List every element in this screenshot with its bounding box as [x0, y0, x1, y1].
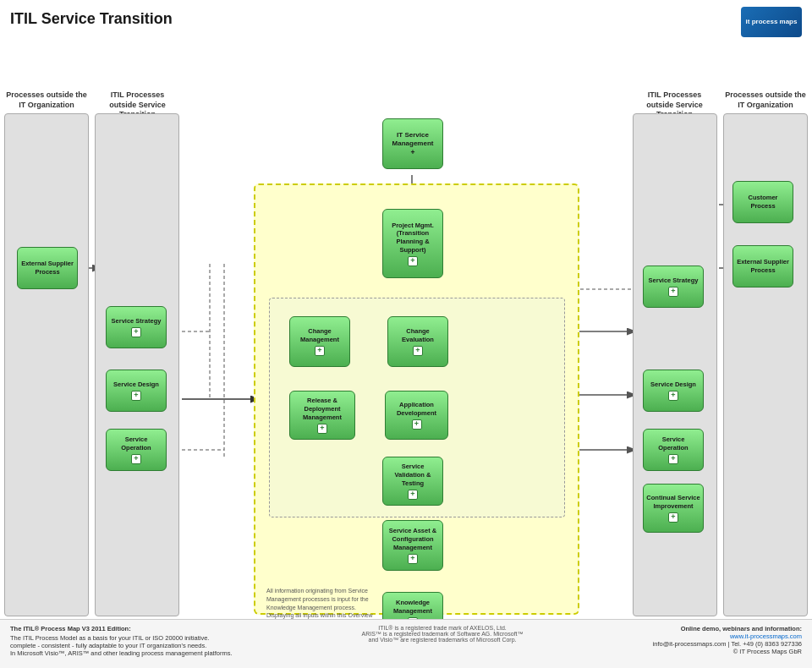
- continual-improvement-box[interactable]: Continual Service Improvement +: [643, 484, 704, 533]
- customer-process-box[interactable]: Customer Process: [732, 181, 793, 223]
- footer-right-title: Online demo, webinars and information:: [653, 625, 802, 632]
- col-header-left-outer: Processes outside the IT Organization: [4, 90, 89, 110]
- footer-right: Online demo, webinars and information: w…: [653, 625, 802, 663]
- app-dev-box[interactable]: Application Development +: [385, 391, 448, 440]
- footer-right-url: www.it-processmaps.com: [653, 632, 802, 640]
- page-header: ITIL Service Transition it process maps: [0, 0, 812, 41]
- swimlane-right-inner: [633, 113, 717, 616]
- service-design-left-box[interactable]: Service Design +: [106, 370, 167, 412]
- service-design-left-plus[interactable]: +: [131, 391, 141, 401]
- footer: The ITIL® Process Map V3 2011 Edition: T…: [0, 619, 812, 668]
- change-mgmt-plus[interactable]: +: [315, 346, 325, 356]
- diagram-area: Processes outside the IT Organization IT…: [0, 44, 812, 636]
- service-strategy-left-plus[interactable]: +: [131, 327, 141, 337]
- footer-left-title: The ITIL® Process Map V3 2011 Edition:: [10, 625, 233, 632]
- service-strategy-left-box[interactable]: Service Strategy +: [106, 306, 167, 348]
- change-eval-box[interactable]: Change Evaluation +: [387, 316, 448, 367]
- service-strategy-right-box[interactable]: Service Strategy +: [643, 266, 704, 308]
- company-logo: it process maps: [741, 7, 802, 37]
- change-eval-plus[interactable]: +: [413, 346, 423, 356]
- footer-left: The ITIL® Process Map V3 2011 Edition: T…: [10, 625, 233, 663]
- col-header-right-outer: Processes outside the IT Organization: [723, 90, 808, 110]
- itsm-box[interactable]: IT Service Management +: [382, 118, 443, 169]
- footer-center: ITIL® is a registered trade mark of AXEL…: [362, 625, 524, 663]
- svc-validation-plus[interactable]: +: [408, 490, 418, 500]
- service-operation-right-plus[interactable]: +: [668, 454, 678, 464]
- service-design-right-plus[interactable]: +: [668, 391, 678, 401]
- release-deploy-box[interactable]: Release & Deployment Management +: [289, 391, 355, 440]
- itsm-plus[interactable]: +: [411, 148, 415, 156]
- service-design-right-box[interactable]: Service Design +: [643, 370, 704, 412]
- project-mgmt-plus[interactable]: +: [408, 256, 418, 266]
- footer-left-text: The ITIL Process Model as a basis for yo…: [10, 634, 233, 657]
- service-operation-right-box[interactable]: Service Operation +: [643, 429, 704, 471]
- release-deploy-plus[interactable]: +: [317, 424, 327, 434]
- svc-asset-plus[interactable]: +: [408, 554, 418, 564]
- service-operation-left-box[interactable]: Service Operation +: [106, 429, 167, 471]
- service-operation-left-plus[interactable]: +: [131, 454, 141, 464]
- swimlane-left-outer: [4, 113, 89, 616]
- footer-right-contact: info@it-processmaps.com | Tel. +49 (0) 8…: [653, 640, 802, 648]
- swimlane-left-inner: [95, 113, 179, 616]
- service-strategy-right-plus[interactable]: +: [668, 287, 678, 297]
- change-mgmt-box[interactable]: Change Management +: [289, 316, 350, 367]
- continual-improvement-plus[interactable]: +: [668, 512, 678, 523]
- footer-center-text: ITIL® is a registered trade mark of AXEL…: [362, 625, 524, 643]
- project-mgmt-box[interactable]: Project Mgmt. (Transition Planning & Sup…: [382, 209, 443, 278]
- app-dev-plus[interactable]: +: [412, 419, 422, 430]
- svc-asset-box[interactable]: Service Asset & Configuration Management…: [382, 520, 443, 571]
- svc-validation-box[interactable]: Service Validation & Testing +: [382, 457, 443, 506]
- external-supplier-right-box[interactable]: External Supplier Process: [732, 245, 793, 287]
- footer-right-copy: © IT Process Maps GbR: [653, 648, 802, 655]
- external-supplier-left-box[interactable]: External Supplier Process: [17, 247, 78, 289]
- page-title: ITIL Service Transition: [10, 10, 173, 28]
